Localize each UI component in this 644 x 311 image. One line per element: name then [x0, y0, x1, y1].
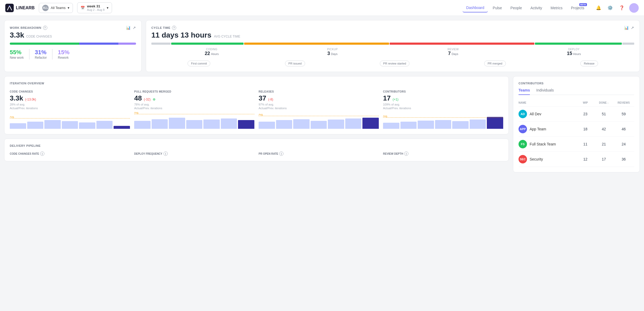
nav-pulse[interactable]: Pulse: [489, 4, 506, 12]
contributors-title: CONTRIBUTORS: [519, 82, 634, 85]
delivery-deploy-frequency: DEPLOY FREQUENCY ℹ: [134, 152, 254, 156]
avg-label: Avg.: [10, 116, 15, 118]
code-changes-value: 3.3k: [10, 31, 24, 39]
team-selector[interactable]: ALL All Teams ▾: [39, 3, 73, 13]
code-changes-rate-help[interactable]: ℹ: [40, 152, 44, 156]
tab-individuals[interactable]: Individuals: [536, 86, 554, 95]
cycle-time-help[interactable]: ?: [172, 26, 176, 30]
avatar-appteam: APP: [519, 125, 527, 133]
nav-people[interactable]: People: [507, 4, 526, 12]
contributors-table: NAME WIP DONE ↓ REVIEWS AD All Dev 23 51…: [519, 99, 634, 167]
avatar-alldev: AD: [519, 110, 527, 118]
contributors-card: CONTRIBUTORS Teams Individuals NAME WIP …: [513, 76, 640, 172]
delivery-pipeline-title: DELIVERY PIPELINE: [10, 144, 503, 147]
beta-badge: BETA: [579, 3, 587, 6]
top-row: WORK BREAKDOWN ? 📊 ↗ 3.3k CODE CHANGES 5…: [4, 20, 640, 72]
avg-label: Avg.: [134, 111, 139, 114]
cycle-step-pickup: PICKUP 3 Days: [272, 48, 393, 56]
header: LINEARB ALL All Teams ▾ 📅 week 31 Aug 2 …: [0, 0, 644, 16]
avg-line: [10, 118, 130, 118]
tab-teams[interactable]: Teams: [519, 86, 530, 95]
header-actions: 🔔 ⚙️ ❓: [594, 3, 639, 13]
iteration-grid: CODE CHANGES 3.3k (-13.0k) 28% of avg. A…: [10, 90, 503, 129]
work-breakdown-bar: [10, 43, 136, 45]
avg-line: [259, 116, 379, 116]
work-breakdown-stats: 55% New work 31% Refactor 15% Rework: [10, 49, 136, 60]
avg-line: [383, 117, 503, 118]
nav-metrics[interactable]: Metrics: [547, 4, 566, 12]
contributor-row-security: SEC Security 12 17 36: [519, 152, 634, 167]
iteration-overview-title: ITERATION OVERVIEW: [10, 82, 503, 85]
cycle-expand-icon[interactable]: ↗: [631, 26, 634, 30]
calendar-icon: 📅: [81, 6, 85, 10]
week-label: week 31: [87, 4, 105, 8]
cycle-bar: [151, 43, 634, 45]
cycle-step-coding: CODING 22 Hours: [151, 48, 272, 56]
iter-code-changes-chart: Avg.: [10, 113, 130, 129]
cycle-steps: CODING 22 Hours PICKUP 3 Days REVIEW: [151, 48, 634, 56]
iter-contributors: CONTRIBUTORS 17 (+1) 109% of avg. Actual…: [383, 90, 503, 129]
expand-icon[interactable]: ↗: [133, 26, 136, 30]
week-selector[interactable]: 📅 week 31 Aug 2 - Aug 8 ▾: [77, 2, 112, 13]
chart-icon[interactable]: 📊: [126, 26, 131, 30]
main-nav: Dashboard Pulse People Activity Metrics …: [463, 3, 588, 12]
nav-projects[interactable]: Projects BETA: [567, 4, 588, 12]
iter-prs-chart: Avg.: [134, 113, 254, 129]
logo[interactable]: LINEARB: [5, 4, 35, 12]
team-label: All Teams: [51, 6, 66, 10]
milestone-pr-review: PR review started: [380, 61, 410, 66]
milestone-release: Release: [580, 61, 598, 66]
iter-code-changes: CODE CHANGES 3.3k (-13.0k) 28% of avg. A…: [10, 90, 130, 129]
settings-button[interactable]: ⚙️: [606, 4, 614, 12]
user-avatar[interactable]: [629, 3, 639, 13]
delivery-pipeline-card: DELIVERY PIPELINE CODE CHANGES RATE ℹ DE…: [4, 139, 509, 161]
contributor-row-alldev: AD All Dev 23 51 59: [519, 107, 634, 122]
cycle-chart-icon[interactable]: 📊: [624, 26, 629, 30]
iter-releases-chart: Avg.: [259, 113, 379, 129]
svg-point-1: [9, 5, 10, 6]
cycle-step-deploy: DEPLOY 15 Hours: [514, 48, 634, 56]
work-breakdown-help[interactable]: ?: [43, 26, 47, 30]
cycle-step-review: REVIEW 7 Days: [393, 48, 514, 56]
contributor-row-appteam: APP App Team 18 42 46: [519, 122, 634, 137]
chevron-down-icon: ▾: [107, 6, 109, 10]
avatar-security: SEC: [519, 155, 527, 163]
svg-rect-0: [5, 4, 14, 12]
code-changes-label: CODE CHANGES: [26, 35, 52, 38]
iter-releases: RELEASES 37 (-8) 97% of avg. Actual/Prev…: [259, 90, 379, 129]
avg-label: Avg.: [259, 113, 263, 116]
cycle-milestones: First commit PR issued PR review started…: [151, 61, 634, 66]
avg-label: Avg.: [383, 115, 388, 117]
cycle-value: 11 days 13 hours: [151, 31, 211, 39]
contributors-tabs: Teams Individuals: [519, 86, 634, 95]
work-breakdown-card: WORK BREAKDOWN ? 📊 ↗ 3.3k CODE CHANGES 5…: [4, 20, 142, 72]
iteration-overview-card: ITERATION OVERVIEW CODE CHANGES 3.3k (-1…: [4, 76, 509, 134]
chevron-down-icon: ▾: [68, 6, 69, 10]
work-breakdown-title: WORK BREAKDOWN ? 📊 ↗: [10, 26, 136, 30]
week-sublabel: Aug 2 - Aug 8: [87, 8, 105, 11]
delivery-grid: CODE CHANGES RATE ℹ DEPLOY FREQUENCY ℹ P…: [10, 152, 503, 156]
bottom-left: ITERATION OVERVIEW CODE CHANGES 3.3k (-1…: [4, 76, 509, 172]
delivery-pr-open-rate: PR OPEN RATE ℹ: [259, 152, 379, 156]
nav-activity[interactable]: Activity: [527, 4, 546, 12]
cycle-time-title: CYCLE TIME ? 📊 ↗: [151, 26, 634, 30]
stat-new-work: 55% New work: [10, 49, 30, 60]
stat-refactor: 31% Refactor: [35, 49, 53, 60]
help-button[interactable]: ❓: [618, 4, 626, 12]
review-depth-help[interactable]: ℹ: [404, 152, 408, 156]
main-content: WORK BREAKDOWN ? 📊 ↗ 3.3k CODE CHANGES 5…: [0, 16, 644, 177]
team-avatar: ALL: [42, 5, 49, 11]
avatar-fullstack: FS: [519, 140, 527, 148]
iter-contributors-chart: Avg.: [383, 113, 503, 129]
cycle-time-card: CYCLE TIME ? 📊 ↗ 11 days 13 hours AVG CY…: [146, 20, 640, 72]
delivery-code-changes-rate: CODE CHANGES RATE ℹ: [10, 152, 130, 156]
iter-prs-merged: PULL REQUESTS MERGED 48 (-32) ⊕ 78% of a…: [134, 90, 254, 129]
milestone-first-commit: First commit: [188, 61, 210, 66]
milestone-pr-merged: PR merged: [484, 61, 506, 66]
notifications-button[interactable]: 🔔: [594, 4, 603, 12]
plus-icon[interactable]: ⊕: [153, 97, 156, 101]
pr-open-rate-help[interactable]: ℹ: [279, 152, 283, 156]
delivery-review-depth: REVIEW DEPTH ℹ: [383, 152, 503, 156]
deploy-frequency-help[interactable]: ℹ: [164, 152, 168, 156]
nav-dashboard[interactable]: Dashboard: [463, 3, 488, 12]
